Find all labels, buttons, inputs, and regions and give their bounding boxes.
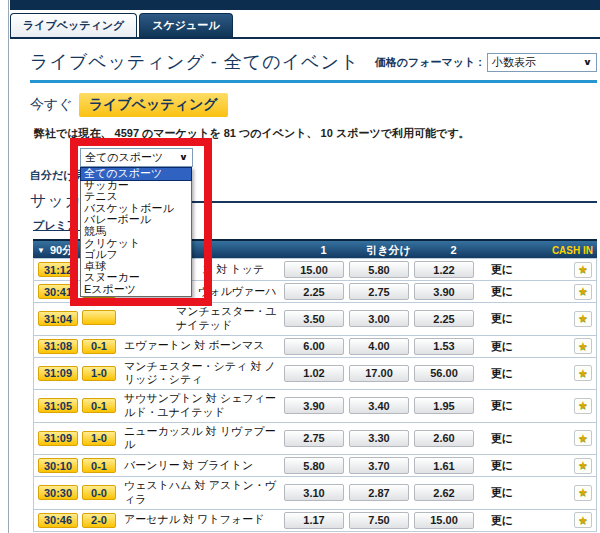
- cash-in-star-icon[interactable]: ★: [574, 485, 592, 501]
- odds-draw-button[interactable]: 2.87: [349, 484, 409, 501]
- odds-home-button[interactable]: 15.00: [284, 261, 344, 278]
- match-time-button[interactable]: 31:09: [38, 431, 78, 446]
- odds-draw-button[interactable]: 3.40: [349, 397, 409, 414]
- match-name: バーンリー 対 ブライトン: [122, 459, 284, 473]
- odds-away-button[interactable]: 15.00: [414, 512, 474, 529]
- more-markets-link[interactable]: 更に: [479, 366, 525, 381]
- odds-draw-button[interactable]: 3.00: [349, 310, 409, 327]
- dropdown-option[interactable]: ゴルフ: [81, 249, 191, 261]
- match-time-button[interactable]: 31:08: [38, 339, 78, 354]
- match-time-button[interactable]: 31:04: [38, 311, 78, 326]
- dropdown-option[interactable]: スヌーカー: [81, 272, 191, 284]
- cash-in-star-icon[interactable]: ★: [574, 311, 592, 327]
- sports-filter-value: 全てのスポーツ: [85, 150, 163, 165]
- score-button[interactable]: [82, 310, 116, 325]
- table-row: 31:09 1-0 ニューカッスル 対 リヴァプール 2.75 3.30 2.6…: [33, 422, 597, 456]
- more-markets-link[interactable]: 更に: [479, 398, 525, 413]
- live-betting-highlight[interactable]: ライブベッティング: [79, 93, 228, 117]
- odds-home-button[interactable]: 1.17: [284, 512, 344, 529]
- sports-filter-dropdown: 全てのスポーツサッカーテニスバスケットボールバレーボール競馬クリケットゴルフ卓球…: [80, 167, 192, 297]
- odds-away-button[interactable]: 56.00: [414, 365, 474, 382]
- more-markets-link[interactable]: 更に: [479, 485, 525, 500]
- cash-in-star-icon[interactable]: ★: [574, 365, 592, 381]
- cash-in-star-icon[interactable]: ★: [574, 338, 592, 354]
- tab-schedule[interactable]: スケジュール: [139, 13, 232, 37]
- odds-away-button[interactable]: 3.90: [414, 283, 474, 300]
- score-button[interactable]: 1-0: [82, 431, 116, 446]
- odds-home-button[interactable]: 3.50: [284, 310, 344, 327]
- more-markets-link[interactable]: 更に: [479, 262, 525, 277]
- odds-draw-button[interactable]: 4.00: [349, 338, 409, 355]
- odds-away-button[interactable]: 1.95: [414, 397, 474, 414]
- odds-draw-button[interactable]: 7.50: [349, 512, 409, 529]
- odds-draw-button[interactable]: 5.80: [349, 261, 409, 278]
- score-button[interactable]: 2-0: [82, 513, 116, 528]
- more-markets-link[interactable]: 更に: [479, 458, 525, 473]
- cash-in-star-icon[interactable]: ★: [574, 430, 592, 446]
- dropdown-option[interactable]: テニス: [81, 191, 191, 203]
- match-time-button[interactable]: 30:46: [38, 513, 78, 528]
- match-time-button[interactable]: 30:41: [38, 284, 78, 299]
- promo-prefix: 今すぐ: [30, 96, 73, 114]
- cash-in-star-icon[interactable]: ★: [574, 398, 592, 414]
- title-underline: [30, 80, 597, 83]
- dropdown-option[interactable]: Eスポーツ: [81, 284, 191, 296]
- odds-home-button[interactable]: 3.90: [284, 397, 344, 414]
- more-markets-link[interactable]: 更に: [479, 311, 525, 326]
- score-button[interactable]: 0-1: [82, 339, 116, 354]
- odds-draw-button[interactable]: 17.00: [349, 365, 409, 382]
- cash-in-star-icon[interactable]: ★: [574, 458, 592, 474]
- match-time-button[interactable]: 31:05: [38, 398, 78, 413]
- more-markets-link[interactable]: 更に: [479, 284, 525, 299]
- odds-away-button[interactable]: 1.53: [414, 338, 474, 355]
- column-header-draw: 引き分け: [356, 243, 421, 258]
- sports-filter-select[interactable]: 全てのスポーツ ∨: [80, 148, 193, 167]
- dropdown-option[interactable]: 競馬: [81, 226, 191, 238]
- cash-in-star-icon[interactable]: ★: [574, 512, 592, 528]
- dropdown-option[interactable]: クリケット: [81, 238, 191, 250]
- table-row: 31:09 1-0 マンチェスター・シティ 対 ノリッジ・シティ 1.02 17…: [33, 357, 597, 391]
- odds-away-button[interactable]: 1.61: [414, 457, 474, 474]
- match-name: サウサンプトン 対 シェフィールド・ユナイテッド: [122, 392, 284, 420]
- dropdown-option[interactable]: サッカー: [81, 180, 191, 192]
- odds-away-button[interactable]: 2.60: [414, 430, 474, 447]
- dropdown-option[interactable]: バスケットボール: [81, 203, 191, 215]
- odds-home-button[interactable]: 3.10: [284, 484, 344, 501]
- odds-away-button[interactable]: 2.62: [414, 484, 474, 501]
- odds-home-button[interactable]: 1.02: [284, 365, 344, 382]
- score-button[interactable]: 0-1: [82, 458, 116, 473]
- more-markets-link[interactable]: 更に: [479, 431, 525, 446]
- odds-home-button[interactable]: 2.75: [284, 430, 344, 447]
- cash-in-star-icon[interactable]: ★: [574, 284, 592, 300]
- odds-away-button[interactable]: 2.25: [414, 310, 474, 327]
- availability-text: 弊社では現在、 4597 のマーケットを 81 つのイベント、 10 スポーツで…: [34, 126, 600, 141]
- dropdown-option[interactable]: バレーボール: [81, 214, 191, 226]
- odds-draw-button[interactable]: 3.30: [349, 430, 409, 447]
- score-button[interactable]: 0-0: [82, 485, 116, 500]
- odds-draw-button[interactable]: 2.75: [349, 283, 409, 300]
- more-markets-link[interactable]: 更に: [479, 513, 525, 528]
- chevron-down-icon: ∨: [583, 57, 592, 67]
- cash-in-header: CASH IN: [486, 245, 593, 256]
- match-time-button[interactable]: 30:10: [38, 458, 78, 473]
- score-button[interactable]: 1-0: [82, 366, 116, 381]
- cash-in-star-icon[interactable]: ★: [574, 262, 592, 278]
- tab-live-betting[interactable]: ライブベッティング: [10, 13, 137, 37]
- table-row: 31:08 0-1 エヴァートン 対 ボーンマス 6.00 4.00 1.53 …: [33, 335, 597, 358]
- dropdown-option[interactable]: 全てのスポーツ: [81, 168, 191, 180]
- score-button[interactable]: 0-1: [82, 398, 116, 413]
- odds-home-button[interactable]: 2.25: [284, 283, 344, 300]
- match-time-button[interactable]: 31:09: [38, 366, 78, 381]
- dropdown-option[interactable]: 卓球: [81, 261, 191, 273]
- odds-home-button[interactable]: 6.00: [284, 338, 344, 355]
- match-time-button[interactable]: 30:30: [38, 485, 78, 500]
- odds-away-button[interactable]: 1.22: [414, 261, 474, 278]
- odds-draw-button[interactable]: 3.70: [349, 457, 409, 474]
- more-markets-link[interactable]: 更に: [479, 339, 525, 354]
- match-name: アーセナル 対 ワトフォード: [122, 513, 284, 527]
- match-time-button[interactable]: 31:12: [38, 262, 78, 277]
- page-title: ライブベッティング - 全てのイベント: [30, 50, 375, 74]
- match-name: ウェストハム 対 アストン・ヴィラ: [122, 479, 284, 507]
- odds-home-button[interactable]: 5.80: [284, 457, 344, 474]
- price-format-select[interactable]: 小数表示 ∨: [487, 53, 597, 72]
